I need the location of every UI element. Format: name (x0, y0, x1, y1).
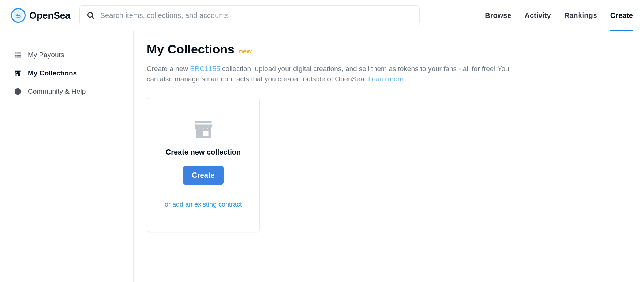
storefront-icon (14, 69, 22, 77)
search-icon (86, 11, 95, 20)
sidebar-item-payouts[interactable]: My Payouts (0, 46, 133, 64)
sidebar-item-community[interactable]: Community & Help (0, 82, 133, 101)
nav-rankings[interactable]: Rankings (564, 0, 597, 31)
brand-logo-icon (11, 8, 26, 23)
new-badge: new (239, 48, 252, 55)
svg-rect-2 (15, 53, 16, 54)
card-title: Create new collection (166, 148, 241, 156)
search-input[interactable] (100, 11, 413, 20)
sidebar-item-label: My Payouts (28, 51, 64, 59)
intro-text: Create a new ERC1155 collection, upload … (147, 64, 513, 84)
svg-rect-4 (15, 55, 16, 56)
svg-rect-7 (16, 57, 21, 58)
intro-prefix: Create a new (147, 65, 190, 73)
sidebar-item-label: Community & Help (28, 88, 86, 96)
info-icon (14, 88, 22, 96)
erc1155-link[interactable]: ERC1155 (190, 65, 220, 73)
nav-browse[interactable]: Browse (485, 0, 511, 31)
learn-more-link[interactable]: Learn more. (368, 75, 405, 83)
brand-name: OpenSea (29, 10, 71, 21)
svg-rect-3 (16, 53, 21, 54)
svg-rect-9 (16, 74, 18, 76)
nav-activity[interactable]: Activity (524, 0, 551, 31)
create-button[interactable]: Create (183, 166, 223, 185)
page-title: My Collections (147, 42, 235, 56)
brand[interactable]: OpenSea (11, 8, 71, 23)
svg-rect-15 (203, 131, 209, 136)
svg-rect-13 (195, 121, 211, 123)
nav-create[interactable]: Create (610, 0, 633, 31)
add-existing-contract-link[interactable]: or add an existing contract (165, 201, 242, 208)
list-icon (14, 51, 22, 59)
svg-rect-5 (16, 55, 21, 56)
sidebar-item-label: My Collections (28, 69, 77, 77)
svg-rect-6 (15, 57, 16, 58)
top-nav: Browse Activity Rankings Create (485, 0, 633, 31)
svg-line-1 (92, 17, 94, 19)
svg-rect-11 (18, 91, 18, 93)
create-collection-card: Create new collection Create or add an e… (147, 97, 260, 232)
search-bar[interactable] (79, 5, 420, 25)
sidebar: My Payouts My Collections Community & He… (0, 31, 134, 282)
svg-point-12 (18, 90, 18, 90)
main-content: My Collections new Create a new ERC1155 … (134, 31, 644, 282)
header: OpenSea Browse Activity Rankings Create (0, 0, 644, 31)
storefront-large-icon (194, 121, 213, 138)
sidebar-item-collections[interactable]: My Collections (0, 64, 133, 82)
